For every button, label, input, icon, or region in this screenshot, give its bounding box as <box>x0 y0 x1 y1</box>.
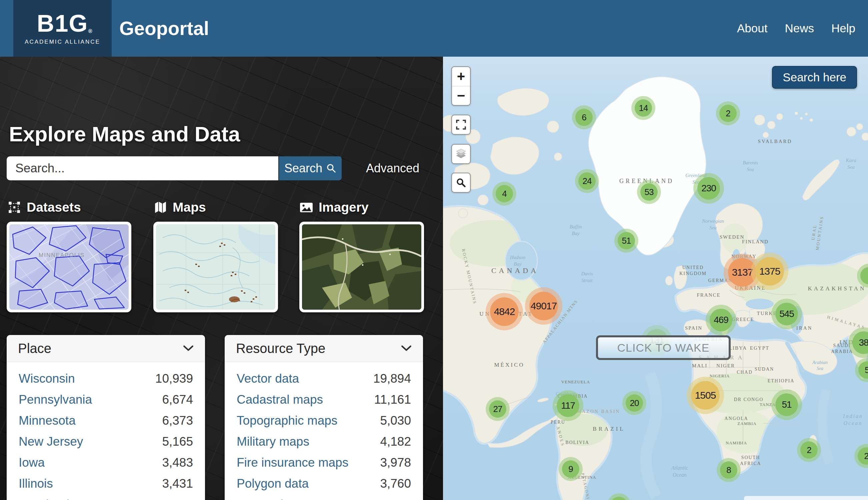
imagery-thumbnail[interactable] <box>299 221 424 312</box>
facet-value-link[interactable]: Illinois <box>19 477 53 491</box>
facet-value-link[interactable]: Pennsylvania <box>19 393 92 407</box>
map-cluster-marker[interactable]: 53 <box>640 183 658 201</box>
zoom-out-button[interactable]: − <box>452 86 470 105</box>
map-cluster-marker[interactable]: 51 <box>775 393 798 416</box>
facet-value-link[interactable]: Minnesota <box>19 414 76 428</box>
facet-count: 3,760 <box>380 477 411 491</box>
nav-link-help[interactable]: Help <box>831 22 855 35</box>
wake-overlay[interactable]: CLICK TO WAKE <box>596 335 731 360</box>
nav-link-news[interactable]: News <box>785 22 814 35</box>
nav-link-about[interactable]: About <box>737 22 767 35</box>
facet-value-link[interactable]: Topographic maps <box>237 414 337 428</box>
facet-row: Iowa 3,483 <box>7 452 205 473</box>
facet-value-link[interactable]: Military maps <box>237 435 309 449</box>
wake-overlay-label: CLICK TO WAKE <box>617 341 710 354</box>
category-label: Maps <box>173 200 206 215</box>
search-row: Search <box>7 156 342 180</box>
map-cluster-marker[interactable]: 2 <box>719 105 736 122</box>
explore-panel: Explore Maps and Data Search Advanced <box>0 57 443 500</box>
big-ten-logo[interactable]: B1G® ACADEMIC ALLIANCE <box>13 0 112 57</box>
cluster-count: 4 <box>502 189 506 199</box>
imagery-icon <box>299 200 313 214</box>
map-cluster-marker[interactable]: 5 <box>858 361 868 379</box>
search-here-button[interactable]: Search here <box>772 66 857 89</box>
map-cluster-marker[interactable]: 1375 <box>755 257 784 286</box>
map-cluster-marker[interactable]: 24 <box>578 172 596 190</box>
category-imagery[interactable]: Imagery <box>299 200 369 215</box>
map-cluster-marker[interactable]: 4842 <box>490 297 519 326</box>
facet-header[interactable]: Resource Type <box>225 335 423 362</box>
geoportal-app: B1G® ACADEMIC ALLIANCE Geoportal AboutNe… <box>0 0 868 500</box>
facet-row: Illinois 3,431 <box>7 473 205 494</box>
map-cluster-marker[interactable]: 469 <box>710 309 732 331</box>
facet-row: Polygon data 3,760 <box>225 473 423 494</box>
maps-thumbnail-image <box>156 224 275 310</box>
map-cluster-marker[interactable] <box>860 267 868 284</box>
map-cluster-marker[interactable]: 1505 <box>691 381 720 410</box>
nav-links: AboutNewsHelp <box>737 0 855 57</box>
facet-value-link[interactable]: Vector data <box>237 372 299 386</box>
world-basemap <box>443 57 868 500</box>
layers-button[interactable] <box>451 144 471 164</box>
facet-value-link[interactable]: Fire insurance maps <box>237 456 349 470</box>
map-cluster-marker[interactable]: 2 <box>800 441 818 459</box>
map-cluster-marker[interactable]: 38 <box>852 331 868 354</box>
map-cluster-marker[interactable]: 6 <box>575 109 593 126</box>
facet-row: Pennsylvania 6,674 <box>7 389 205 410</box>
facet-count: 2,943 <box>380 498 411 500</box>
advanced-search-link[interactable]: Advanced <box>366 156 419 180</box>
map-cluster-marker[interactable]: 2 <box>858 447 868 465</box>
category-maps[interactable]: Maps <box>153 200 206 215</box>
facet-value-link[interactable]: New Jersey <box>19 435 83 449</box>
facet-value-link[interactable]: Iowa <box>19 456 45 470</box>
category-label: Imagery <box>319 200 369 215</box>
map-cluster-marker[interactable]: 8 <box>720 461 737 479</box>
map-cluster-marker[interactable]: 14 <box>635 99 652 117</box>
search-input[interactable] <box>7 156 278 180</box>
cluster-count: 20 <box>630 398 639 408</box>
facet-value-link[interactable]: Polygon data <box>237 477 309 491</box>
map-cluster-marker[interactable]: 51 <box>618 232 635 249</box>
category-row: Datasets Maps Imagery <box>0 200 443 219</box>
map-cluster-marker[interactable]: 545 <box>775 303 798 325</box>
facet-count: 5,165 <box>162 435 193 449</box>
facet-row: Minnesota 6,373 <box>7 410 205 431</box>
chevron-down-icon <box>401 345 412 352</box>
fullscreen-button[interactable] <box>451 115 471 135</box>
search-button[interactable]: Search <box>279 156 342 180</box>
hero-heading: Explore Maps and Data <box>9 122 240 146</box>
map-cluster-marker[interactable]: 230 <box>697 177 720 200</box>
map-cluster-marker[interactable]: 20 <box>626 394 643 412</box>
facet-row: Raster data 2,943 <box>225 494 423 500</box>
facet-row: Military maps 4,182 <box>225 431 423 452</box>
map-cluster-marker[interactable]: 9 <box>610 497 628 500</box>
cluster-count: 24 <box>583 176 592 186</box>
facet-row: Wisconsin 10,939 <box>7 368 205 389</box>
map-cluster-marker[interactable]: 117 <box>557 394 579 417</box>
map-search-button[interactable] <box>451 173 471 193</box>
map-cluster-marker[interactable]: 9 <box>562 460 579 478</box>
facet-list: Vector data 19,894 Cadastral maps 11,161… <box>225 362 423 500</box>
facet-value-link[interactable]: Cadastral maps <box>237 393 323 407</box>
cluster-count: 14 <box>639 103 648 113</box>
facet-row: Topographic maps 5,030 <box>225 410 423 431</box>
datasets-thumbnail[interactable]: MINNEAPOLIS <box>7 221 132 312</box>
facet-title: Place <box>18 341 52 356</box>
map-cluster-marker[interactable]: 4 <box>496 185 513 202</box>
facet-header[interactable]: Place <box>7 335 205 362</box>
cluster-count: 2 <box>726 108 730 119</box>
logo-text: B1G® <box>37 11 88 35</box>
category-datasets[interactable]: Datasets <box>7 200 81 215</box>
map-cluster-marker[interactable]: 49017 <box>529 292 558 320</box>
map-canvas[interactable]: CLICK TO WAKE + − <box>443 57 868 500</box>
svg-text:MINNEAPOLIS: MINNEAPOLIS <box>39 252 85 258</box>
facet-count: 4,182 <box>380 435 411 449</box>
map-cluster-marker[interactable]: 27 <box>489 400 506 418</box>
facet-value-link[interactable]: Raster data <box>237 498 300 500</box>
maps-thumbnail[interactable] <box>153 221 278 312</box>
zoom-in-button[interactable]: + <box>452 67 470 86</box>
facet-value-link[interactable]: Maryland <box>19 498 69 500</box>
facet-row: Vector data 19,894 <box>225 368 423 389</box>
facet-value-link[interactable]: Wisconsin <box>19 372 75 386</box>
imagery-thumbnail-image <box>302 224 421 310</box>
